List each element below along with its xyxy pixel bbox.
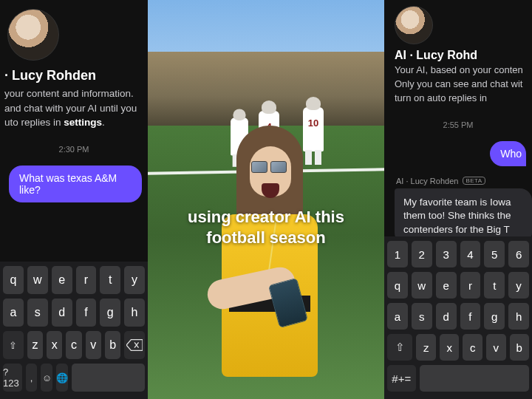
key-1[interactable]: 1	[387, 241, 408, 267]
key-y[interactable]: y	[124, 266, 145, 294]
key-comma[interactable]: ,	[26, 364, 38, 392]
key-space[interactable]	[72, 364, 145, 392]
key-3[interactable]: 3	[436, 241, 457, 267]
key-e[interactable]: e	[52, 266, 72, 294]
kbd-row-4: #+=	[387, 365, 529, 392]
kbd-row-4: ?123 , ☺ 🌐	[3, 364, 145, 392]
kbd-row-3: ⇧ z x c v b	[3, 331, 145, 359]
intro-text: Your AI, based on your conten Only you c…	[384, 62, 532, 106]
intro-l3: turn on auto replies in	[395, 92, 487, 103]
key-d[interactable]: d	[436, 303, 457, 330]
key-g[interactable]: g	[100, 299, 120, 327]
key-space[interactable]	[420, 365, 529, 392]
key-s[interactable]: s	[27, 299, 48, 327]
keyboard[interactable]: 1 2 3 4 5 6 q w e r t y a s d f g h ⇧ z …	[384, 236, 532, 399]
key-v[interactable]: v	[86, 331, 101, 359]
key-f[interactable]: f	[76, 299, 97, 327]
video-caption: using creator AI this football season	[148, 207, 384, 248]
person-foreground: FIGH	[200, 126, 332, 399]
kbd-row-1: q w e r t y	[3, 266, 145, 294]
sent-bubble[interactable]: Who	[490, 141, 526, 166]
key-b[interactable]: b	[105, 331, 120, 359]
key-e[interactable]: e	[436, 272, 457, 299]
key-s[interactable]: s	[412, 303, 432, 330]
key-h[interactable]: h	[124, 299, 145, 327]
key-x[interactable]: x	[47, 331, 62, 359]
chat-panel-left: · Lucy Rohden your content and informati…	[0, 0, 148, 399]
key-h[interactable]: h	[508, 303, 529, 330]
key-c[interactable]: c	[463, 334, 482, 361]
sent-row: What was texas A&M like?	[0, 166, 148, 202]
key-z[interactable]: z	[27, 331, 43, 359]
key-r[interactable]: r	[460, 272, 481, 299]
key-v[interactable]: v	[486, 334, 506, 361]
intro-l3a: uto replies in	[4, 117, 64, 128]
settings-link[interactable]: settings	[64, 117, 102, 128]
key-z[interactable]: z	[416, 334, 436, 361]
key-symbols[interactable]: ?123	[3, 364, 22, 392]
intro-l2: Only you can see and chat wit	[395, 78, 522, 89]
sent-row: Who	[384, 141, 532, 166]
key-4[interactable]: 4	[460, 241, 481, 267]
key-symbols[interactable]: #+=	[387, 365, 416, 392]
key-f[interactable]: f	[460, 303, 481, 330]
kbd-row-1: q w e r t y	[387, 272, 529, 299]
video-frame: 4 10 FIGH	[148, 0, 384, 399]
ai-name: · Lucy Rohden	[0, 68, 148, 83]
key-shift[interactable]: ⇧	[3, 331, 24, 359]
kbd-row-3: ⇧ z x c v b	[387, 334, 529, 361]
video-panel[interactable]: 4 10 FIGH using creator AI this football…	[148, 0, 384, 399]
intro-l3b: .	[102, 117, 105, 128]
key-w[interactable]: w	[27, 266, 48, 294]
key-d[interactable]: d	[52, 299, 72, 327]
chat-panel-right: AI · Lucy Rohd Your AI, based on your co…	[384, 0, 532, 399]
kbd-row-2: a s d f g h	[387, 303, 529, 330]
keyboard[interactable]: q w e r t y a s d f g h ⇧ z x c v b ?123…	[0, 262, 148, 399]
key-backspace[interactable]	[124, 331, 145, 359]
intro-l2: and chat with your AI until you	[4, 103, 137, 114]
key-a[interactable]: a	[387, 303, 408, 330]
timestamp: 2:30 PM	[0, 145, 148, 154]
ai-label-text: AI · Lucy Rohden	[396, 177, 458, 185]
key-t[interactable]: t	[100, 266, 120, 294]
key-r[interactable]: r	[76, 266, 97, 294]
beta-badge: BETA	[463, 177, 485, 185]
key-w[interactable]: w	[412, 272, 432, 299]
intro-l1: your content and information.	[4, 88, 134, 99]
key-lang[interactable]: 🌐	[56, 364, 68, 392]
key-c[interactable]: c	[66, 331, 81, 359]
avatar[interactable]	[395, 6, 433, 44]
avatar[interactable]	[7, 9, 59, 61]
key-t[interactable]: t	[484, 272, 505, 299]
ai-name-text: Lucy Rohden	[12, 68, 96, 83]
key-6[interactable]: 6	[508, 241, 529, 267]
key-2[interactable]: 2	[412, 241, 432, 267]
ai-reply-label: AI · Lucy Rohden BETA	[384, 166, 532, 188]
key-shift[interactable]: ⇧	[387, 334, 412, 361]
key-a[interactable]: a	[3, 299, 24, 327]
ai-name: AI · Lucy Rohd	[384, 49, 532, 62]
key-g[interactable]: g	[484, 303, 505, 330]
kbd-row-2: a s d f g h	[3, 299, 145, 327]
timestamp: 2:55 PM	[384, 120, 532, 129]
key-q[interactable]: q	[387, 272, 408, 299]
intro-l1: Your AI, based on your conten	[395, 64, 523, 75]
kbd-row-num: 1 2 3 4 5 6	[387, 241, 529, 267]
key-q[interactable]: q	[3, 266, 24, 294]
key-y[interactable]: y	[508, 272, 529, 299]
key-x[interactable]: x	[440, 334, 460, 361]
intro-text: your content and information. and chat w…	[0, 83, 148, 130]
sent-bubble[interactable]: What was texas A&M like?	[9, 166, 142, 202]
key-b[interactable]: b	[510, 334, 530, 361]
key-5[interactable]: 5	[484, 241, 505, 267]
key-emoji[interactable]: ☺	[41, 364, 52, 392]
